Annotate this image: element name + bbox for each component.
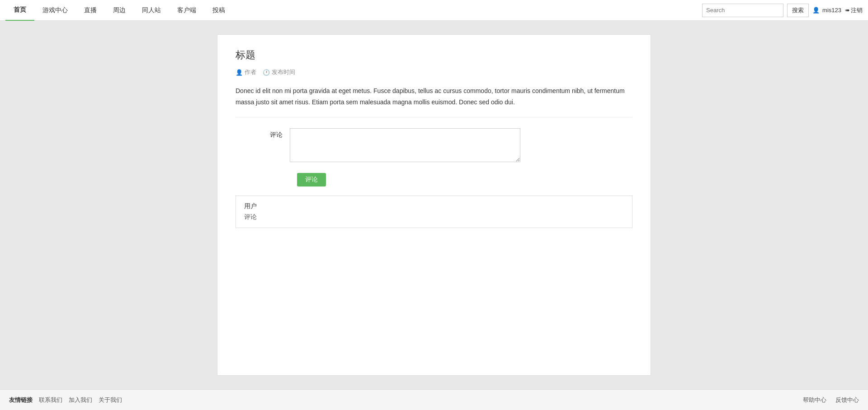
logout-button[interactable]: ➠ 注销 (845, 6, 863, 14)
footer-left: 友情链接 联系我们 加入我们 关于我们 (9, 396, 128, 404)
article-title: 标题 (236, 48, 632, 62)
footer-link-contactus[interactable]: 联系我们 (39, 396, 69, 404)
footer: 友情链接 联系我们 加入我们 关于我们 帮助中心 反馈中心 (0, 389, 868, 410)
comment-textarea[interactable] (290, 128, 520, 162)
article-time: 🕐 发布时间 (263, 68, 295, 76)
comment-submit-row: 评论 (297, 173, 632, 186)
search-input[interactable] (702, 4, 783, 17)
footer-link-feedbackcenter[interactable]: 反馈中心 (835, 396, 859, 404)
nav-item-fansite[interactable]: 同人站 (134, 0, 169, 21)
username: mis123 (822, 7, 841, 14)
nav-item-client[interactable]: 客户端 (169, 0, 204, 21)
header: 首页 游戏中心 直播 周边 同人站 客户端 投稿 搜索 👤 mis123 ➠ 注… (0, 0, 868, 21)
logout-label: 注销 (851, 6, 863, 14)
comment-form: 评论 (236, 128, 632, 162)
nav-item-submit[interactable]: 投稿 (204, 0, 233, 21)
comment-label: 评论 (236, 128, 290, 139)
footer-link-friendlinks[interactable]: 友情链接 (9, 396, 39, 404)
footer-link-helpcenter[interactable]: 帮助中心 (803, 396, 826, 404)
main-content: 标题 👤 作者 🕐 发布时间 Donec id elit non mi port… (0, 21, 868, 389)
footer-right: 帮助中心 反馈中心 (803, 396, 859, 404)
footer-link-aboutus[interactable]: 关于我们 (99, 396, 128, 404)
nav-item-periphery[interactable]: 周边 (105, 0, 134, 21)
footer-link-joinus[interactable]: 加入我们 (69, 396, 99, 404)
author-icon: 👤 (236, 69, 243, 76)
article-meta: 👤 作者 🕐 发布时间 (236, 68, 632, 76)
time-icon: 🕐 (263, 69, 270, 76)
user-icon: 👤 (812, 7, 820, 14)
logout-icon: ➠ (845, 7, 850, 14)
nav-item-home[interactable]: 首页 (5, 0, 34, 21)
comment-submit-button[interactable]: 评论 (297, 173, 326, 186)
article-body: Donec id elit non mi porta gravida at eg… (236, 85, 632, 117)
comment-user: 用户 (244, 202, 624, 210)
time-label: 发布时间 (272, 68, 295, 76)
nav-item-live[interactable]: 直播 (76, 0, 105, 21)
comment-list: 用户 评论 (236, 196, 632, 228)
author-label: 作者 (245, 68, 256, 76)
comment-content: 评论 (244, 213, 624, 221)
main-nav: 首页 游戏中心 直播 周边 同人站 客户端 投稿 (5, 0, 702, 21)
nav-right: 搜索 👤 mis123 ➠ 注销 (702, 4, 863, 17)
search-button[interactable]: 搜索 (787, 4, 809, 17)
article-author: 👤 作者 (236, 68, 256, 76)
content-card: 标题 👤 作者 🕐 发布时间 Donec id elit non mi port… (217, 34, 651, 376)
nav-item-game-center[interactable]: 游戏中心 (34, 0, 76, 21)
user-info: 👤 mis123 (812, 7, 841, 14)
